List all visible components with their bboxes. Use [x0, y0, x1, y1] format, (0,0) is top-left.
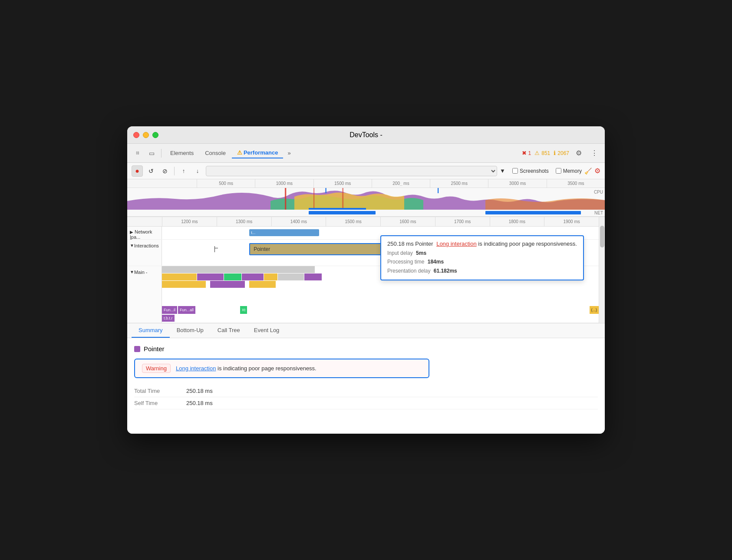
total-time-value: 250.18 ms [186, 388, 213, 394]
main-toolbar: ⌗ ▭ Elements Console ⚠Performance » ✖ 1 … [127, 144, 605, 163]
interactions-track-content: Pointer 250.18 ms Pointer Long interacti… [162, 240, 599, 266]
tooltip-long-interaction-link[interactable]: Long interaction [436, 240, 477, 247]
close-button[interactable] [133, 132, 139, 138]
tooltip-input-delay-value: 5ms [416, 250, 426, 256]
net-bar-area: NET [127, 210, 605, 217]
element-picker-button[interactable]: ⌗ [132, 147, 144, 159]
devtools-window: DevTools - ⌗ ▭ Elements Console ⚠Perform… [127, 126, 605, 434]
cpu-chart-svg [127, 188, 605, 210]
minimize-button[interactable] [143, 132, 149, 138]
net-label: NET [594, 211, 603, 215]
flame-block-1[interactable] [162, 266, 315, 273]
tab-performance[interactable]: ⚠Performance [232, 148, 283, 158]
vertical-scrollbar[interactable] [599, 217, 605, 323]
tooltip-title-row: 250.18 ms Pointer Long interaction is in… [387, 240, 577, 247]
tab-bottom-up[interactable]: Bottom-Up [170, 323, 211, 338]
screenshots-checkbox[interactable] [512, 168, 518, 174]
memory-checkbox[interactable] [556, 168, 561, 174]
tooltip-processing-value: 184ms [428, 259, 444, 265]
detail-tick-2: 1400 ms [271, 217, 326, 227]
svg-rect-1 [313, 188, 314, 210]
summary-title: Pointer [134, 345, 598, 352]
long-interaction-link[interactable]: Long interaction [176, 365, 216, 372]
warning-text: Long interaction is indicating poor page… [176, 365, 317, 372]
interactions-expand-icon[interactable]: ▼ [130, 243, 134, 248]
interactions-label: ▼ Interactions [127, 240, 162, 266]
maximize-button[interactable] [152, 132, 158, 138]
detail-tick-5: 1700 ms [435, 217, 490, 227]
flame-fun-all[interactable]: Fun...all [178, 306, 195, 314]
flame-xt[interactable]: Xt [240, 306, 247, 314]
screenshots-label: Screenshots [520, 168, 549, 174]
summary-pointer-label: Pointer [144, 345, 165, 352]
error-badge: ✖ 1 [522, 150, 531, 156]
upload-button[interactable]: ↑ [178, 165, 189, 177]
ruler-tick-2: 1500 ms [313, 179, 372, 188]
net-bar-1 [309, 211, 376, 214]
network-expand-icon[interactable]: ▶ [130, 230, 133, 234]
summary-content: Pointer Warning Long interaction is indi… [127, 338, 605, 434]
flame-block-2f[interactable] [278, 273, 304, 280]
flame-block-2e[interactable] [264, 273, 277, 280]
detail-tick-6: 1800 ms [490, 217, 544, 227]
download-button[interactable]: ↓ [192, 165, 203, 177]
tab-elements[interactable]: Elements [165, 148, 199, 158]
pointer-bar-label: Pointer [254, 246, 270, 252]
network-track-label: Network |pa... [130, 229, 152, 240]
detail-tick-4: 1600 ms [380, 217, 435, 227]
clear-recording-button[interactable]: 🧹 [584, 168, 592, 175]
detail-tick-7: 1900 ms [544, 217, 599, 227]
flame-block-2a[interactable] [162, 273, 197, 280]
tab-call-tree[interactable]: Call Tree [211, 323, 247, 338]
flame-block-3a[interactable] [162, 281, 206, 288]
flame-block-2b[interactable] [197, 273, 223, 280]
svg-rect-0 [285, 188, 286, 210]
dropdown-arrow-icon: ▼ [500, 168, 505, 174]
svg-rect-2 [342, 188, 343, 210]
tab-summary[interactable]: Summary [132, 323, 170, 338]
toolbar-separator [161, 149, 162, 158]
svg-rect-5 [438, 188, 439, 193]
flame-block-3b[interactable] [210, 281, 245, 288]
flame-block-2d[interactable] [242, 273, 264, 280]
ruler-tick-4: 2500 ms [430, 179, 488, 188]
svg-rect-4 [326, 188, 326, 193]
ctrl-separator [174, 167, 175, 175]
flame-block-2g[interactable] [304, 273, 322, 280]
settings-gear-button[interactable]: ⚙ [573, 147, 585, 159]
controls-bar: ● ↺ ⊘ ↑ ↓ ▼ Screenshots Memory 🧹 ⚙ [127, 163, 605, 179]
flame-fun-il[interactable]: Fun...il [162, 306, 177, 314]
warning-label: Warning [142, 364, 171, 373]
timeline-main: 1200 ms 1300 ms 1400 ms 1500 ms 1600 ms … [127, 217, 605, 323]
pointer-color-swatch [134, 346, 140, 352]
memory-label: Memory [563, 168, 582, 174]
device-toggle-button[interactable]: ▭ [145, 147, 158, 159]
capture-settings-button[interactable]: ⚙ [594, 167, 600, 175]
network-bar-1[interactable]: t... [249, 229, 319, 236]
tab-console[interactable]: Console [200, 148, 231, 158]
reload-record-button[interactable]: ↺ [145, 165, 157, 177]
profile-select[interactable] [206, 166, 497, 176]
flame-ellipsis[interactable]: (...) [590, 306, 599, 314]
flame-row-tbtr: t.b.t.r [162, 315, 599, 322]
flame-block-2c[interactable] [224, 273, 241, 280]
tab-event-log[interactable]: Event Log [247, 323, 287, 338]
ruler-tick-1: 1000 ms [255, 179, 313, 188]
main-expand-icon[interactable]: ▼ [130, 270, 134, 274]
more-options-button[interactable]: ⋮ [588, 147, 600, 159]
tab-more-button[interactable]: » [284, 148, 294, 158]
self-time-label: Self Time [134, 400, 186, 406]
detail-ruler: 1200 ms 1300 ms 1400 ms 1500 ms 1600 ms … [127, 217, 599, 227]
flame-tbtr[interactable]: t.b.t.r [162, 315, 175, 322]
record-button[interactable]: ● [132, 165, 143, 177]
interactions-track-label: Interactions [134, 243, 159, 248]
self-time-row: Self Time 250.18 ms [134, 397, 598, 409]
tooltip-input-delay-row: Input delay 5ms [387, 249, 577, 257]
ruler-tick-5: 3000 ms [488, 179, 546, 188]
interaction-tick-h [214, 248, 218, 248]
tooltip-label: Pointer [415, 240, 433, 247]
network-label: ▶ Network |pa... [127, 227, 162, 239]
clear-button[interactable]: ⊘ [159, 165, 171, 177]
flame-block-3c[interactable] [249, 281, 275, 288]
detail-tick-0: 1200 ms [162, 217, 217, 227]
